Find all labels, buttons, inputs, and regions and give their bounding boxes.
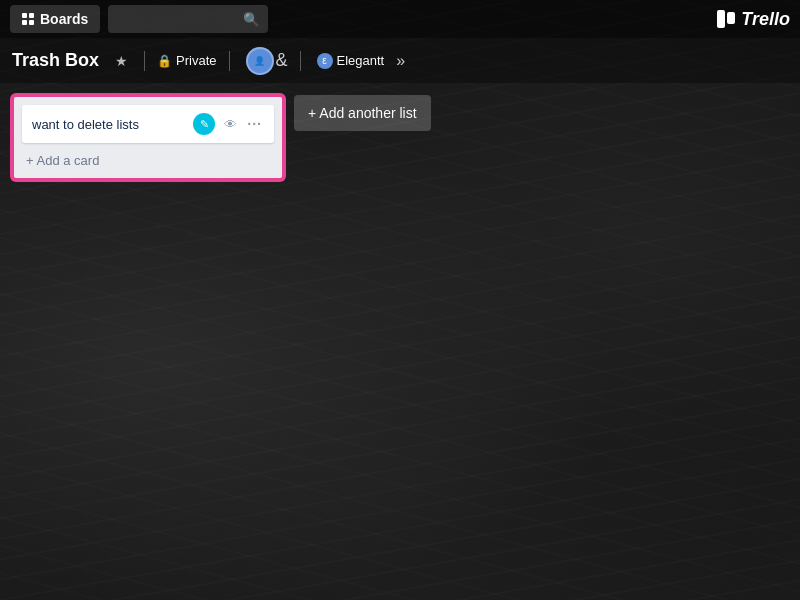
board-content: want to delete lists ✎ 👁 ··· + Add a car… — [0, 83, 800, 192]
add-list-button[interactable]: + Add another list — [294, 95, 431, 131]
edit-icon: ✎ — [200, 118, 209, 131]
board-title: Trash Box — [12, 50, 99, 71]
logo-bar-right — [727, 12, 735, 24]
topbar: Boards 🔍 Trello — [0, 0, 800, 38]
visibility-label: Private — [176, 53, 216, 68]
add-card-label: + Add a card — [26, 153, 99, 168]
trello-logo-icon — [717, 10, 735, 28]
more-icon: » — [396, 52, 405, 69]
add-card-button[interactable]: + Add a card — [22, 147, 274, 170]
search-button[interactable]: 🔍 — [108, 5, 268, 33]
eye-icon-button[interactable]: 👁 — [219, 113, 241, 135]
logo-bar-left — [717, 10, 725, 28]
divider-3 — [300, 51, 301, 71]
card-title: want to delete lists — [32, 117, 185, 132]
elegantt-icon: ε — [317, 53, 333, 69]
divider — [144, 51, 145, 71]
trello-logo-text: Trello — [741, 9, 790, 30]
boards-label: Boards — [40, 11, 88, 27]
divider-2 — [229, 51, 230, 71]
add-member-button[interactable]: & — [276, 50, 288, 71]
avatar-image: 👤 — [254, 56, 265, 66]
add-list-label: + Add another list — [308, 105, 417, 121]
card: want to delete lists ✎ 👁 ··· — [22, 105, 274, 143]
lock-icon: 🔒 — [157, 54, 172, 68]
visibility-button[interactable]: 🔒 Private — [157, 53, 216, 68]
topbar-left: Boards 🔍 — [10, 5, 268, 33]
avatar-1[interactable]: 👤 — [246, 47, 274, 75]
boards-button[interactable]: Boards — [10, 5, 100, 33]
member-icon: & — [276, 50, 288, 70]
search-icon: 🔍 — [243, 12, 260, 27]
avatar-group: 👤 & — [246, 47, 288, 75]
elegantt-button[interactable]: ε Elegantt — [317, 53, 385, 69]
boardbar: Trash Box ★ 🔒 Private 👤 & ε Elegantt » — [0, 38, 800, 83]
card-menu-icon: ··· — [247, 116, 262, 132]
edit-icon-button[interactable]: ✎ — [193, 113, 215, 135]
list-container: want to delete lists ✎ 👁 ··· + Add a car… — [12, 95, 284, 180]
star-button[interactable]: ★ — [111, 51, 132, 71]
trello-logo: Trello — [717, 9, 790, 30]
more-button[interactable]: » — [392, 52, 409, 70]
grid-icon — [22, 13, 34, 25]
elegantt-label: Elegantt — [337, 53, 385, 68]
card-menu-button[interactable]: ··· — [245, 116, 264, 132]
eye-icon: 👁 — [224, 117, 237, 132]
card-icons: ✎ 👁 ··· — [193, 113, 264, 135]
